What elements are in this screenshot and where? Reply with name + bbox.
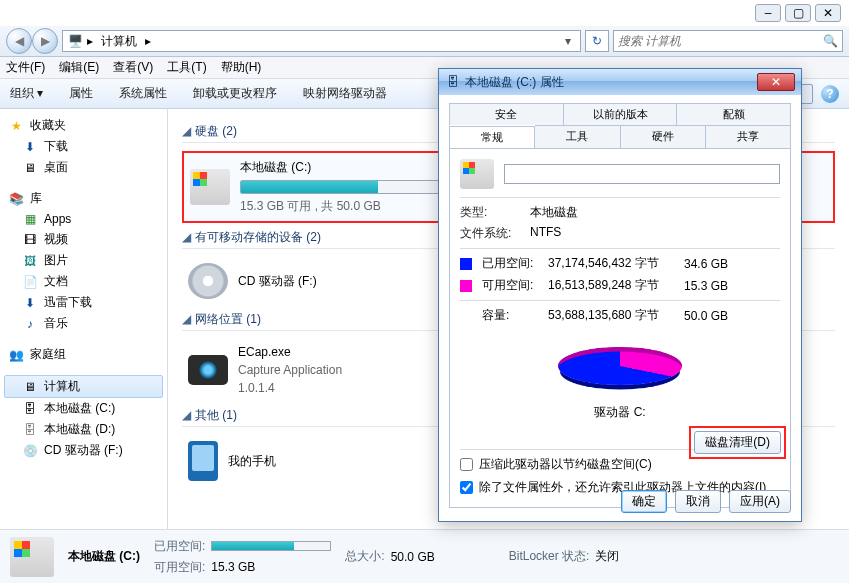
type-value: 本地磁盘 bbox=[530, 204, 780, 221]
tab-hardware[interactable]: 硬件 bbox=[621, 125, 706, 148]
sidebar-desktop[interactable]: 🖥桌面 bbox=[4, 157, 163, 178]
close-button[interactable]: ✕ bbox=[815, 4, 841, 22]
breadcrumb-arrow[interactable]: ▸ bbox=[141, 34, 155, 48]
tool-system-properties[interactable]: 系统属性 bbox=[119, 85, 167, 102]
dialog-titlebar[interactable]: 🗄 本地磁盘 (C:) 属性 ✕ bbox=[439, 69, 801, 95]
tool-uninstall[interactable]: 卸载或更改程序 bbox=[193, 85, 277, 102]
ok-button[interactable]: 确定 bbox=[621, 490, 667, 513]
drive-c-usage-bar bbox=[240, 180, 440, 194]
sidebar-videos[interactable]: 🎞视频 bbox=[4, 229, 163, 250]
phone-icon bbox=[188, 441, 218, 481]
sidebar-drive-c[interactable]: 🗄本地磁盘 (C:) bbox=[4, 398, 163, 419]
apply-button[interactable]: 应用(A) bbox=[729, 490, 791, 513]
used-color-swatch bbox=[460, 258, 472, 270]
tab-general-panel: 类型:本地磁盘 文件系统:NTFS 已用空间: 37,174,546,432 字… bbox=[449, 148, 791, 508]
homegroup-icon: 👥 bbox=[8, 347, 24, 363]
sidebar-apps[interactable]: ▦Apps bbox=[4, 209, 163, 229]
details-title: 本地磁盘 (C:) bbox=[68, 548, 140, 565]
sidebar-xunlei[interactable]: ⬇迅雷下载 bbox=[4, 292, 163, 313]
camera-icon bbox=[188, 355, 228, 385]
sidebar-libraries[interactable]: 📚库 bbox=[4, 188, 163, 209]
details-bitlocker-label: BitLocker 状态: bbox=[509, 548, 590, 565]
download-icon: ⬇ bbox=[22, 139, 38, 155]
sidebar-music[interactable]: ♪音乐 bbox=[4, 313, 163, 334]
free-bytes: 16,513,589,248 字节 bbox=[548, 277, 678, 294]
capacity-label: 容量: bbox=[482, 307, 542, 324]
library-icon: 📚 bbox=[8, 191, 24, 207]
nav-forward-button[interactable]: ▶ bbox=[32, 28, 58, 54]
menu-edit[interactable]: 编辑(E) bbox=[59, 59, 99, 76]
cd-icon: 💿 bbox=[22, 443, 38, 459]
documents-icon: 📄 bbox=[22, 274, 38, 290]
used-label: 已用空间: bbox=[482, 255, 542, 272]
tab-tools[interactable]: 工具 bbox=[535, 125, 620, 148]
cancel-button[interactable]: 取消 bbox=[675, 490, 721, 513]
sidebar-favorites[interactable]: ★收藏夹 bbox=[4, 115, 163, 136]
cd-icon bbox=[188, 263, 228, 299]
breadcrumb-computer[interactable]: 计算机 bbox=[97, 33, 141, 50]
minimize-button[interactable]: – bbox=[755, 4, 781, 22]
star-icon: ★ bbox=[8, 118, 24, 134]
free-gb: 15.3 GB bbox=[684, 279, 740, 293]
breadcrumb-root-arrow[interactable]: ▸ bbox=[83, 34, 97, 48]
disk-cleanup-button[interactable]: 磁盘清理(D) bbox=[694, 431, 781, 454]
tab-sharing[interactable]: 共享 bbox=[706, 125, 791, 148]
tab-previous-versions[interactable]: 以前的版本 bbox=[564, 103, 678, 125]
music-icon: ♪ bbox=[22, 316, 38, 332]
drive-icon: 🗄 bbox=[22, 422, 38, 438]
fs-label: 文件系统: bbox=[460, 225, 530, 242]
help-icon[interactable]: ? bbox=[821, 85, 839, 103]
video-icon: 🎞 bbox=[22, 232, 38, 248]
menu-tools[interactable]: 工具(T) bbox=[167, 59, 206, 76]
details-free-label: 可用空间: bbox=[154, 559, 205, 576]
sidebar-downloads[interactable]: ⬇下载 bbox=[4, 136, 163, 157]
pie-drive-label: 驱动器 C: bbox=[460, 404, 780, 421]
capacity-gb: 50.0 GB bbox=[684, 309, 740, 323]
tab-quota[interactable]: 配额 bbox=[677, 103, 791, 125]
fs-value: NTFS bbox=[530, 225, 780, 242]
tab-security[interactable]: 安全 bbox=[449, 103, 564, 125]
capacity-bytes: 53,688,135,680 字节 bbox=[548, 307, 678, 324]
sidebar-cd[interactable]: 💿CD 驱动器 (F:) bbox=[4, 440, 163, 461]
free-color-swatch bbox=[460, 280, 472, 292]
details-free-value: 15.3 GB bbox=[211, 560, 255, 574]
sidebar-homegroup[interactable]: 👥家庭组 bbox=[4, 344, 163, 365]
free-label: 可用空间: bbox=[482, 277, 542, 294]
drive-label-input[interactable] bbox=[504, 164, 780, 184]
refresh-button[interactable]: ↻ bbox=[585, 30, 609, 52]
sidebar-pictures[interactable]: 🖼图片 bbox=[4, 250, 163, 271]
index-checkbox[interactable] bbox=[460, 481, 473, 494]
usage-pie-chart bbox=[558, 347, 682, 385]
compress-checkbox[interactable] bbox=[460, 458, 473, 471]
details-used-label: 已用空间: bbox=[154, 538, 205, 555]
sidebar-computer[interactable]: 🖥计算机 bbox=[4, 375, 163, 398]
computer-icon: 🖥 bbox=[22, 379, 38, 395]
tool-organize[interactable]: 组织 ▾ bbox=[10, 85, 43, 102]
used-gb: 34.6 GB bbox=[684, 257, 740, 271]
address-dropdown[interactable]: ▾ bbox=[560, 34, 576, 48]
menu-file[interactable]: 文件(F) bbox=[6, 59, 45, 76]
maximize-button[interactable]: ▢ bbox=[785, 4, 811, 22]
pictures-icon: 🖼 bbox=[22, 253, 38, 269]
tool-map-drive[interactable]: 映射网络驱动器 bbox=[303, 85, 387, 102]
drive-icon: 🗄 bbox=[22, 401, 38, 417]
drive-c-icon bbox=[190, 169, 230, 205]
menu-help[interactable]: 帮助(H) bbox=[221, 59, 262, 76]
computer-icon: 🖥️ bbox=[67, 33, 83, 49]
dialog-title: 本地磁盘 (C:) 属性 bbox=[465, 74, 564, 91]
sidebar-drive-d[interactable]: 🗄本地磁盘 (D:) bbox=[4, 419, 163, 440]
search-box[interactable]: 🔍 bbox=[613, 30, 843, 52]
tool-properties[interactable]: 属性 bbox=[69, 85, 93, 102]
nav-back-button[interactable]: ◀ bbox=[6, 28, 32, 54]
search-input[interactable] bbox=[618, 34, 822, 48]
type-label: 类型: bbox=[460, 204, 530, 221]
sidebar-documents[interactable]: 📄文档 bbox=[4, 271, 163, 292]
used-bytes: 37,174,546,432 字节 bbox=[548, 255, 678, 272]
dialog-close-button[interactable]: ✕ bbox=[757, 73, 795, 91]
search-icon: 🔍 bbox=[822, 33, 838, 49]
apps-icon: ▦ bbox=[22, 211, 38, 227]
menu-view[interactable]: 查看(V) bbox=[113, 59, 153, 76]
address-bar[interactable]: 🖥️ ▸ 计算机 ▸ ▾ bbox=[62, 30, 581, 52]
desktop-icon: 🖥 bbox=[22, 160, 38, 176]
tab-general[interactable]: 常规 bbox=[449, 126, 535, 149]
